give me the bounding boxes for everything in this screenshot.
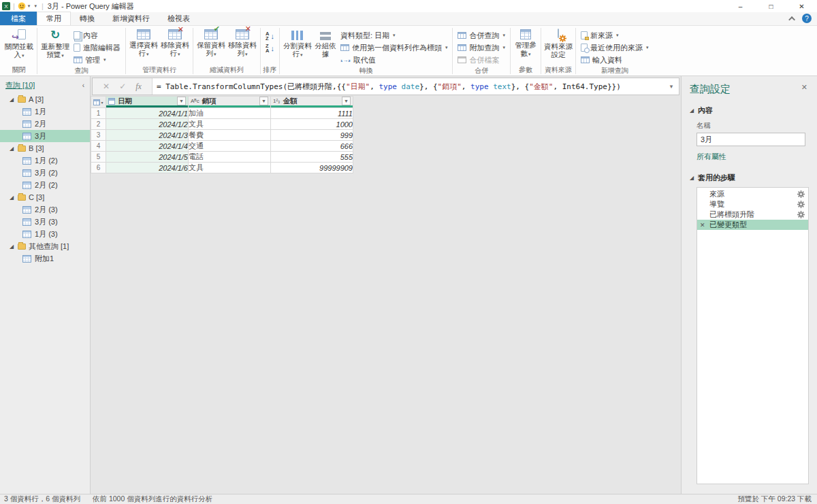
recent-sources-button[interactable]: 最近使用的來源▾ [578,41,652,54]
new-source-button[interactable]: 新來源▾ [578,29,652,41]
step-promoted-headers[interactable]: ✕ 已將標頭升階 [697,209,808,220]
applied-steps-section-header[interactable]: ◢套用的步驟 [690,173,809,183]
123-number-type-icon[interactable]: 1²₃ [273,99,280,104]
cell-item[interactable]: 電話 [189,152,271,163]
cell-date[interactable]: 2024/1/2 [106,119,189,130]
close-and-load-button[interactable]: ↪ 關閉並載入▾ [3,27,35,64]
cell-item[interactable]: 加油 [189,108,271,119]
split-column-button[interactable]: 分割資料行▾ [282,27,313,64]
tab-file[interactable]: 檔案 [0,12,37,25]
cell-amount[interactable]: 999 [271,130,353,141]
append-queries-button[interactable]: 附加查詢▾ [455,41,508,54]
tab-transform[interactable]: 轉換 [71,12,103,25]
enter-data-button[interactable]: 輸入資料 [578,54,652,66]
row-number[interactable]: 5 [91,152,106,163]
query-item[interactable]: 3月 (3) [0,216,90,228]
query-item[interactable]: 1月 (2) [0,154,90,167]
abc-text-type-icon[interactable]: Aᴮc [191,99,199,104]
expand-icon[interactable]: ◢ [10,195,15,201]
filter-dropdown-icon[interactable]: ▼ [342,97,351,105]
step-source[interactable]: ✕ 來源 [697,189,808,199]
formula-accept-icon[interactable]: ✓ [119,82,126,91]
query-item[interactable]: 2月 [0,118,90,130]
collapse-queries-pane-icon[interactable]: ‹ [82,82,84,89]
data-source-settings-button[interactable]: 資料來源設定 [543,27,573,64]
tab-view[interactable]: 檢視表 [159,12,199,25]
data-type-button[interactable]: 資料類型: 日期▾ [338,29,451,41]
query-item-selected[interactable]: 3月 [0,130,90,142]
query-item[interactable]: 3月 (2) [0,167,90,179]
column-header-date[interactable]: 日期▼ [106,97,189,108]
query-folder-c[interactable]: ◢C [3] [0,191,90,203]
cell-date[interactable]: 2024/1/5 [106,152,189,163]
cell-item[interactable]: 交通 [189,141,271,152]
cell-amount[interactable]: 1000 [271,119,353,130]
select-all-button[interactable]: ▾ [91,97,106,108]
cell-amount[interactable]: 1111 [271,108,353,119]
use-first-row-as-headers-button[interactable]: 使用第一個資料列作為標頭▾ [338,41,451,54]
cell-item[interactable]: 文具 [189,119,271,130]
cell-amount[interactable]: 555 [271,152,353,163]
delete-step-icon[interactable]: ✕ [700,222,709,229]
filter-dropdown-icon[interactable]: ▼ [259,97,268,105]
step-settings-gear-icon[interactable] [797,201,805,208]
replace-values-button[interactable]: ₁→₂取代值 [338,54,451,66]
row-number[interactable]: 4 [91,141,106,152]
filter-dropdown-icon[interactable]: ▼ [177,97,186,105]
feedback-smiley-icon[interactable] [18,2,26,10]
step-navigation[interactable]: ✕ 導覽 [697,199,808,209]
step-settings-gear-icon[interactable] [797,211,805,218]
query-item[interactable]: 1月 (3) [0,228,90,240]
close-button[interactable]: ✕ [786,0,817,12]
step-changed-type-selected[interactable]: ✕ 已變更類型 [697,220,808,230]
formula-input[interactable]: = Table.TransformColumnTypes(已將標頭升階,{{"日… [153,78,664,95]
choose-columns-button[interactable]: 選擇資料行▾ [128,27,159,64]
close-settings-icon[interactable]: ✕ [801,83,807,92]
row-number[interactable]: 2 [91,119,106,130]
cell-date[interactable]: 2024/1/3 [106,130,189,141]
row-number[interactable]: 1 [91,108,106,119]
formula-expand-icon[interactable]: ▾ [664,78,679,95]
cell-date[interactable]: 2024/1/4 [106,141,189,152]
step-settings-gear-icon[interactable] [797,190,805,198]
cell-amount[interactable]: 99999909 [271,163,353,173]
cell-amount[interactable]: 666 [271,141,353,152]
advanced-editor-button[interactable]: 進階編輯器 [71,41,123,54]
row-number[interactable]: 6 [91,163,106,173]
collapse-ribbon-icon[interactable] [788,16,795,22]
formula-cancel-icon[interactable]: ✕ [103,82,110,91]
cell-item[interactable]: 文具 [189,163,271,173]
expand-icon[interactable]: ◢ [690,175,695,181]
cell-date[interactable]: 2024/1/6 [106,163,189,173]
column-header-amount[interactable]: 1²₃金額▼ [271,97,353,108]
maximize-button[interactable]: □ [756,0,786,12]
expand-icon[interactable]: ◢ [10,243,15,250]
keep-rows-button[interactable]: ✔ 保留資料列▾ [195,27,227,64]
sort-ascending-button[interactable]: AZ↓ [263,29,277,41]
manage-button[interactable]: 管理▾ [71,54,123,66]
query-folder-other[interactable]: ◢其他查詢 [1] [0,240,90,252]
cell-item[interactable]: 餐費 [189,130,271,141]
merge-queries-button[interactable]: 合併查詢▾ [455,29,508,41]
properties-section-header[interactable]: ◢內容 [690,105,809,116]
query-item[interactable]: 1月 [0,105,90,118]
all-properties-link[interactable]: 所有屬性 [696,152,809,162]
cell-date[interactable]: 2024/1/1 [106,108,189,119]
refresh-preview-button[interactable]: ↻ 重新整理預覽▾ [39,27,71,64]
expand-icon[interactable]: ◢ [10,146,15,152]
smiley-dropdown-icon[interactable]: ▾ [28,3,31,9]
query-folder-b[interactable]: ◢B [3] [0,142,90,154]
query-name-input[interactable] [696,133,805,146]
row-number[interactable]: 3 [91,130,106,141]
tab-add-column[interactable]: 新增資料行 [103,12,159,25]
query-item[interactable]: 2月 (2) [0,179,90,191]
tab-home[interactable]: 常用 [37,12,71,25]
help-icon[interactable]: ? [802,14,812,23]
remove-columns-button[interactable]: ✕ 移除資料行▾ [159,27,191,64]
expand-icon[interactable]: ◢ [690,107,695,114]
status-profiling-info[interactable]: 依前 1000 個資料列進行的資料行分析 [93,494,212,504]
group-by-button[interactable]: 分組依據 [313,27,338,64]
query-item[interactable]: 附加1 [0,252,90,265]
expand-icon[interactable]: ◢ [10,97,15,103]
sort-descending-button[interactable]: ZA↓ [263,41,277,54]
